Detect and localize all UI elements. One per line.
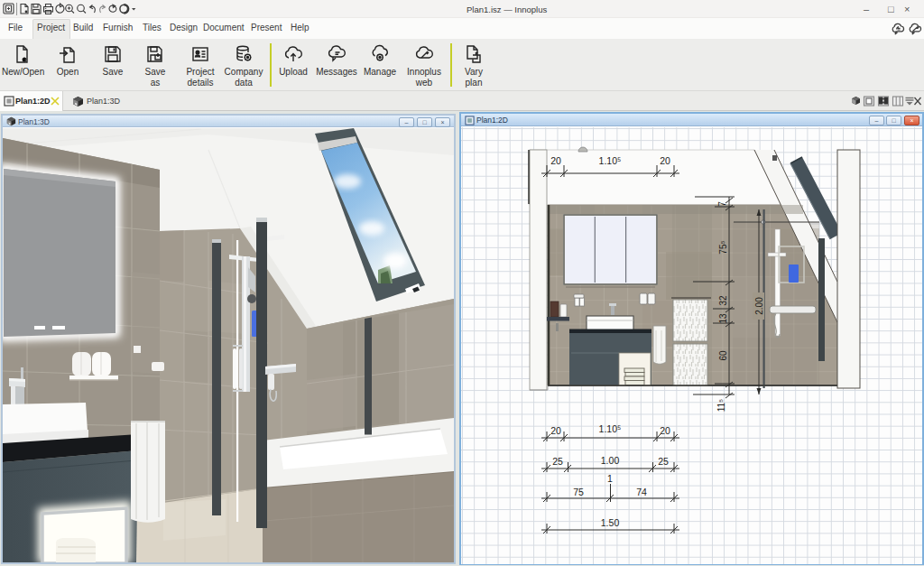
svg-text:25: 25	[552, 456, 563, 467]
svg-text:60: 60	[718, 350, 728, 361]
svg-text:1.50: 1.50	[601, 517, 620, 528]
svg-text:20: 20	[660, 425, 670, 436]
svg-text:1.00: 1.00	[601, 455, 620, 466]
svg-text:1.10⁵: 1.10⁵	[599, 155, 622, 166]
svg-text:13: 13	[718, 313, 728, 324]
svg-text:1: 1	[607, 473, 613, 484]
svg-text:1.10⁵: 1.10⁵	[599, 423, 622, 434]
svg-text:25: 25	[658, 456, 669, 467]
svg-text:32: 32	[718, 295, 728, 306]
svg-text:11⁵: 11⁵	[716, 399, 726, 413]
svg-text:75⁵: 75⁵	[718, 240, 728, 254]
svg-text:74: 74	[636, 487, 647, 497]
svg-text:20: 20	[550, 425, 561, 436]
svg-text:7: 7	[717, 201, 727, 207]
svg-text:2.00: 2.00	[754, 297, 764, 315]
svg-text:20: 20	[660, 155, 670, 166]
svg-text:75: 75	[573, 487, 584, 497]
svg-text:20: 20	[550, 155, 561, 166]
